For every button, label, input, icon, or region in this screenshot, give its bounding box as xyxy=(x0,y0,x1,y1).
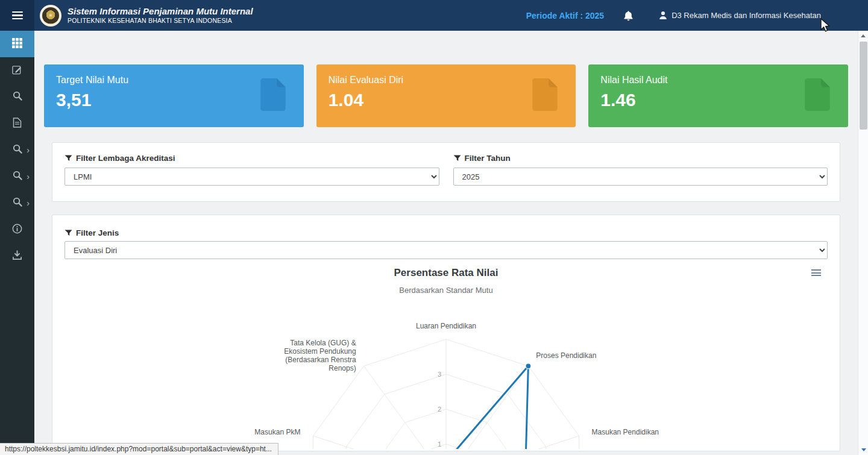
arrow-up-icon xyxy=(861,34,866,37)
funnel-icon xyxy=(453,155,461,162)
card-nilai-hasil-audit: Nilai Hasil Audit 1.46 xyxy=(588,64,848,127)
filter-jenis-label: Filter Jenis xyxy=(64,228,828,237)
chevron-right-icon: › xyxy=(27,199,30,207)
main-content: Target Nilai Mutu 3,51 Nilai Evaluasi Di… xyxy=(34,31,858,455)
user-name-label: D3 Rekam Medis dan Informasi Kesehatan xyxy=(671,11,821,20)
sidebar-item-search[interactable] xyxy=(0,84,34,110)
svg-text:3: 3 xyxy=(438,371,441,378)
summary-cards: Target Nilai Mutu 3,51 Nilai Evaluasi Di… xyxy=(44,64,848,127)
scroll-up-button[interactable] xyxy=(858,31,868,41)
scrollbar-thumb[interactable] xyxy=(860,42,867,130)
svg-text:Luaran Pendidikan: Luaran Pendidikan xyxy=(416,322,476,330)
sidebar-item-document[interactable] xyxy=(0,110,34,137)
document-watermark-icon xyxy=(530,77,560,115)
user-icon xyxy=(659,11,667,20)
status-link-preview: https://poltekkesbsi.jamitu.id/index.php… xyxy=(0,443,278,455)
card-value: 3,51 xyxy=(56,90,292,110)
sidebar-item-search-submenu[interactable]: › xyxy=(0,190,34,216)
chevron-right-icon: › xyxy=(27,172,30,181)
document-icon xyxy=(13,118,22,130)
svg-text:Masukan Pendidikan: Masukan Pendidikan xyxy=(592,428,659,436)
card-target-nilai-mutu: Target Nilai Mutu 3,51 xyxy=(44,64,304,127)
edit-pencil-square-icon xyxy=(12,64,22,77)
search-icon xyxy=(13,91,22,103)
scroll-down-button[interactable] xyxy=(858,445,868,455)
card-value: 1.46 xyxy=(600,90,836,110)
user-menu[interactable]: D3 Rekam Medis dan Informasi Kesehatan xyxy=(659,11,821,20)
search-submenu-icon xyxy=(13,171,22,183)
sidebar-item-search-submenu[interactable]: › xyxy=(0,163,34,190)
filter-jenis-select[interactable]: Evaluasi Diri xyxy=(64,241,828,259)
filter-tahun-select[interactable]: 2025 xyxy=(453,168,828,186)
sidebar-item-dashboard-grid[interactable] xyxy=(0,31,34,57)
download-icon xyxy=(12,250,22,263)
app-brand: ✶ Sistem Informasi Penjaminan Mutu Inter… xyxy=(34,5,253,27)
sidebar-item-download[interactable] xyxy=(0,243,34,269)
card-title: Nilai Hasil Audit xyxy=(600,75,836,86)
sidebar: ››› xyxy=(0,31,34,455)
card-title: Nilai Evaluasi Diri xyxy=(329,75,564,86)
notifications-bell-icon[interactable] xyxy=(623,10,634,21)
search-submenu-icon xyxy=(13,197,22,209)
svg-text:Proses Pendidikan: Proses Pendidikan xyxy=(536,351,596,360)
institution-logo: ✶ xyxy=(40,5,61,27)
card-nilai-evaluasi-diri: Nilai Evaluasi Diri 1.04 xyxy=(316,64,576,127)
vertical-scrollbar[interactable] xyxy=(858,31,868,455)
info-circle-icon xyxy=(12,224,22,236)
chart-menu-icon[interactable] xyxy=(811,269,821,276)
filters-panel: Filter Lembaga Akreditasi LPMI Filter Ta… xyxy=(52,142,840,202)
sidebar-item-search-submenu[interactable]: › xyxy=(0,137,34,163)
funnel-icon xyxy=(64,230,72,237)
sidebar-item-info-circle[interactable] xyxy=(0,216,34,243)
svg-text:Tata Kelola (GUG) &Ekosistem P: Tata Kelola (GUG) &Ekosistem Pendukung(B… xyxy=(284,339,356,372)
filter-tahun-label: Filter Tahun xyxy=(453,154,828,163)
top-navbar: ✶ Sistem Informasi Penjaminan Mutu Inter… xyxy=(0,0,868,31)
dashboard-grid-icon xyxy=(12,38,22,51)
sidebar-item-edit-pencil-square[interactable] xyxy=(0,57,34,84)
app-title: Sistem Informasi Penjaminan Mutu Interna… xyxy=(68,6,253,17)
active-period-label: Periode Aktif : 2025 xyxy=(526,11,604,20)
card-title: Target Nilai Mutu xyxy=(56,75,292,86)
chart-panel: Filter Jenis Evaluasi Diri 123Luaran Pen… xyxy=(52,215,840,451)
card-value: 1.04 xyxy=(329,90,564,110)
document-watermark-icon xyxy=(258,77,288,115)
app-subtitle: POLITEKNIK KESEHATAN BHAKTI SETYA INDONE… xyxy=(68,17,253,25)
filter-lembaga-select[interactable]: LPMI xyxy=(64,168,439,186)
sidebar-toggle-button[interactable] xyxy=(0,0,34,31)
hamburger-icon xyxy=(12,11,23,13)
document-watermark-icon xyxy=(802,77,832,115)
chevron-right-icon: › xyxy=(27,146,30,154)
funnel-icon xyxy=(64,155,72,162)
radar-chart: 123Luaran PendidikanProses PendidikanMas… xyxy=(64,265,828,449)
search-submenu-icon xyxy=(13,144,22,156)
arrow-down-icon xyxy=(861,448,866,451)
svg-text:1: 1 xyxy=(438,441,441,448)
svg-text:2: 2 xyxy=(438,406,441,413)
svg-text:Masukan PkM: Masukan PkM xyxy=(254,428,300,436)
filter-lembaga-label: Filter Lembaga Akreditasi xyxy=(64,154,439,163)
